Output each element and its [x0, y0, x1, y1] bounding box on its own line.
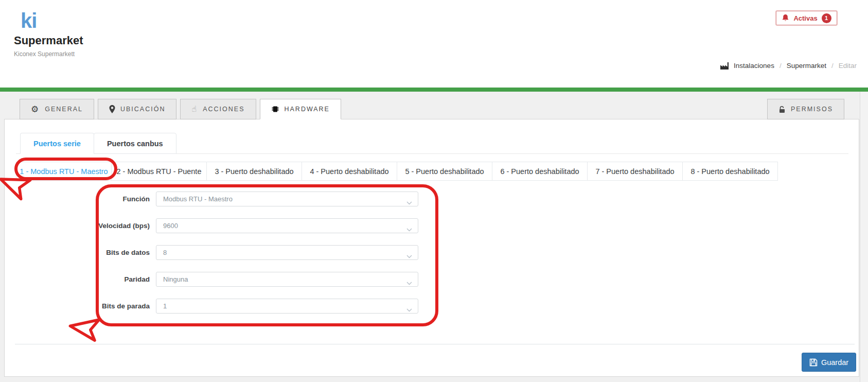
- port-tab-1[interactable]: 1 - Modbus RTU - Maestro: [16, 162, 112, 181]
- tab-acciones[interactable]: ☝ ACCIONES: [180, 99, 256, 119]
- paridad-select[interactable]: Ninguna: [156, 272, 418, 287]
- bits-datos-label: Bits de datos: [5, 245, 150, 260]
- chevron-down-icon: [406, 305, 412, 314]
- map-pin-icon: [109, 105, 115, 113]
- save-label: Guardar: [821, 358, 848, 367]
- subtab-label: Puertos serie: [33, 140, 81, 148]
- port-tab-label: 5 - Puerto deshabilitado: [405, 167, 484, 176]
- bits-datos-value: 8: [163, 249, 167, 256]
- save-button[interactable]: Guardar: [802, 353, 856, 372]
- port-tab-2[interactable]: 2 - Modbus RTU - Puente: [111, 162, 207, 181]
- breadcrumb-instalaciones[interactable]: Instalaciones: [734, 62, 774, 70]
- bell-icon: [782, 14, 789, 22]
- chevron-down-icon: [406, 224, 412, 234]
- active-alarms-button[interactable]: Activas 1: [776, 11, 837, 25]
- tab-label: GENERAL: [45, 106, 83, 113]
- kiconex-logo[interactable]: ki: [21, 9, 37, 32]
- tab-label: PERMISOS: [791, 106, 833, 113]
- hardware-panel: Puertos serie Puertos canbus 1 - Modbus …: [4, 119, 859, 377]
- tab-label: HARDWARE: [285, 106, 330, 113]
- bits-parada-value: 1: [163, 302, 167, 310]
- port-tab-4[interactable]: 4 - Puerto deshabilitado: [302, 162, 397, 181]
- subtab-puertos-canbus[interactable]: Puertos canbus: [94, 133, 176, 154]
- subtab-label: Puertos canbus: [107, 140, 163, 148]
- chip-icon: [271, 105, 279, 113]
- velocidad-value: 9600: [163, 222, 178, 230]
- form-row-bits-parada: Bits de parada 1: [5, 299, 468, 314]
- form-row-bits-datos: Bits de datos 8: [5, 245, 468, 260]
- port-tab-6[interactable]: 6 - Puerto deshabilitado: [492, 162, 588, 181]
- tab-ubicacion[interactable]: UBICACIÓN: [98, 99, 176, 119]
- form-row-funcion: Función Modbus RTU - Maestro: [5, 192, 468, 206]
- port-tab-label: 8 - Puerto deshabilitado: [690, 167, 769, 176]
- page-subtitle: Kiconex Supermarkett: [14, 50, 75, 58]
- breadcrumb-separator: /: [831, 62, 834, 70]
- velocidad-select[interactable]: 9600: [156, 218, 418, 233]
- breadcrumb-supermarket[interactable]: Supermarket: [787, 62, 826, 70]
- floppy-disk-icon: [809, 358, 818, 367]
- bits-datos-select[interactable]: 8: [156, 245, 418, 260]
- paridad-label: Paridad: [5, 272, 150, 287]
- gear-icon: ⚙: [31, 105, 40, 114]
- serial-port-tabs: 1 - Modbus RTU - Maestro 2 - Modbus RTU …: [16, 162, 778, 181]
- tab-permisos[interactable]: PERMISOS: [767, 99, 844, 119]
- lock-icon: [778, 106, 786, 113]
- port-tab-label: 1 - Modbus RTU - Maestro: [20, 167, 108, 176]
- breadcrumb-editar: Editar: [839, 62, 857, 70]
- bits-parada-label: Bits de parada: [5, 299, 150, 314]
- alarms-count-badge: 1: [822, 13, 831, 23]
- hardware-subtabs: Puertos serie Puertos canbus: [20, 133, 176, 154]
- brand-divider-bar: [0, 88, 868, 92]
- tab-label: UBICACIÓN: [120, 106, 165, 113]
- chevron-down-icon: [406, 278, 412, 287]
- port-tab-3[interactable]: 3 - Puerto deshabilitado: [206, 162, 302, 181]
- main-tabs: ⚙ GENERAL UBICACIÓN ☝ ACCIONES: [20, 99, 844, 119]
- subtab-puertos-serie[interactable]: Puertos serie: [20, 133, 94, 154]
- breadcrumb-separator: /: [780, 62, 782, 70]
- alarms-label: Activas: [793, 14, 817, 22]
- funcion-value: Modbus RTU - Maestro: [163, 195, 233, 203]
- vertical-scrollbar[interactable]: [860, 92, 868, 382]
- port-tab-8[interactable]: 8 - Puerto deshabilitado: [682, 162, 778, 181]
- chevron-down-icon: [406, 198, 412, 207]
- breadcrumb: Instalaciones / Supermarket / Editar: [720, 62, 857, 70]
- tab-general[interactable]: ⚙ GENERAL: [20, 99, 94, 119]
- page-title: Supermarket: [14, 34, 83, 47]
- funcion-select[interactable]: Modbus RTU - Maestro: [156, 192, 418, 206]
- footer-divider: [15, 344, 855, 344]
- bits-parada-select[interactable]: 1: [156, 299, 418, 314]
- funcion-label: Función: [5, 192, 150, 206]
- port-tab-5[interactable]: 5 - Puerto deshabilitado: [397, 162, 492, 181]
- port-tab-label: 2 - Modbus RTU - Puente: [117, 167, 202, 176]
- port-tab-label: 4 - Puerto deshabilitado: [310, 167, 388, 176]
- port-tab-label: 6 - Puerto deshabilitado: [500, 167, 579, 176]
- paridad-value: Ninguna: [163, 275, 188, 283]
- app-root: ki Supermarket Kiconex Supermarkett Acti…: [0, 0, 868, 382]
- tab-hardware[interactable]: HARDWARE: [260, 99, 341, 119]
- industry-icon: [720, 62, 729, 70]
- chevron-down-icon: [406, 251, 412, 261]
- form-row-velocidad: Velocidad (bps) 9600: [5, 218, 468, 233]
- port-tab-label: 3 - Puerto deshabilitado: [215, 167, 293, 176]
- port-tab-7[interactable]: 7 - Puerto deshabilitado: [587, 162, 683, 181]
- tab-label: ACCIONES: [203, 106, 244, 113]
- hand-pointer-icon: ☝: [191, 105, 198, 113]
- velocidad-label: Velocidad (bps): [5, 218, 150, 233]
- form-row-paridad: Paridad Ninguna: [5, 272, 468, 287]
- port-tab-label: 7 - Puerto deshabilitado: [595, 167, 674, 176]
